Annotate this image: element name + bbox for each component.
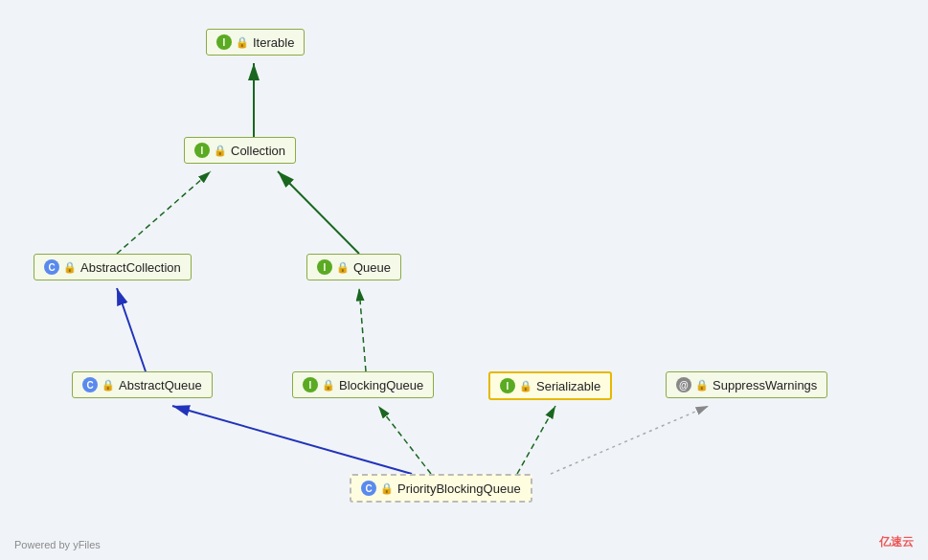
badge-suppresswarnings: @ — [676, 377, 691, 392]
node-queue[interactable]: I 🔒 Queue — [306, 254, 401, 280]
lock-serializable: 🔒 — [519, 380, 532, 392]
lock-queue: 🔒 — [336, 261, 350, 274]
node-priorityblockingqueue[interactable]: C 🔒 PriorityBlockingQueue — [350, 474, 532, 503]
label-priorityblockingqueue: PriorityBlockingQueue — [397, 482, 521, 496]
badge-serializable: I — [500, 378, 515, 393]
badge-collection: I — [194, 143, 210, 158]
node-abstractcollection[interactable]: C 🔒 AbstractCollection — [34, 254, 192, 280]
node-blockingqueue[interactable]: I 🔒 BlockingQueue — [292, 371, 434, 398]
svg-line-4 — [359, 288, 366, 371]
badge-iterable: I — [216, 34, 232, 50]
svg-line-2 — [278, 171, 359, 254]
badge-blockingqueue: I — [303, 377, 318, 392]
footer-text: Powered by yFiles — [14, 539, 101, 550]
node-serializable[interactable]: I 🔒 Serializable — [488, 371, 612, 400]
label-suppresswarnings: SuppressWarnings — [713, 378, 817, 392]
node-abstractqueue[interactable]: C 🔒 AbstractQueue — [72, 371, 213, 398]
lock-collection: 🔒 — [214, 145, 227, 157]
label-collection: Collection — [231, 144, 285, 158]
footer-label: Powered by yFiles — [14, 539, 101, 550]
lock-blockingqueue: 🔒 — [322, 379, 335, 392]
label-blockingqueue: BlockingQueue — [339, 378, 423, 392]
label-queue: Queue — [353, 260, 391, 275]
diagram-container: I 🔒 Iterable I 🔒 Collection C 🔒 Abstract… — [0, 0, 928, 560]
badge-priorityblockingqueue: C — [361, 481, 376, 496]
badge-queue: I — [317, 259, 332, 275]
node-iterable[interactable]: I 🔒 Iterable — [206, 29, 305, 56]
lock-abstractcollection: 🔒 — [63, 261, 77, 274]
lock-iterable: 🔒 — [236, 36, 249, 49]
badge-abstractcollection: C — [44, 259, 59, 275]
lock-suppresswarnings: 🔒 — [695, 379, 709, 392]
node-collection[interactable]: I 🔒 Collection — [184, 137, 296, 164]
svg-line-8 — [551, 406, 709, 474]
svg-line-7 — [517, 406, 555, 474]
label-serializable: Serializable — [536, 379, 600, 393]
lock-priorityblockingqueue: 🔒 — [380, 482, 394, 495]
label-abstractqueue: AbstractQueue — [119, 378, 202, 392]
svg-line-3 — [117, 288, 146, 371]
node-suppresswarnings[interactable]: @ 🔒 SuppressWarnings — [666, 371, 827, 398]
svg-line-6 — [378, 406, 431, 474]
watermark-label: 亿速云 — [879, 535, 914, 549]
badge-abstractqueue: C — [82, 377, 98, 392]
svg-line-5 — [172, 406, 412, 474]
watermark: 亿速云 — [879, 534, 914, 550]
svg-line-1 — [117, 171, 211, 254]
label-abstractcollection: AbstractCollection — [80, 260, 181, 275]
label-iterable: Iterable — [253, 35, 294, 50]
lock-abstractqueue: 🔒 — [102, 379, 115, 392]
